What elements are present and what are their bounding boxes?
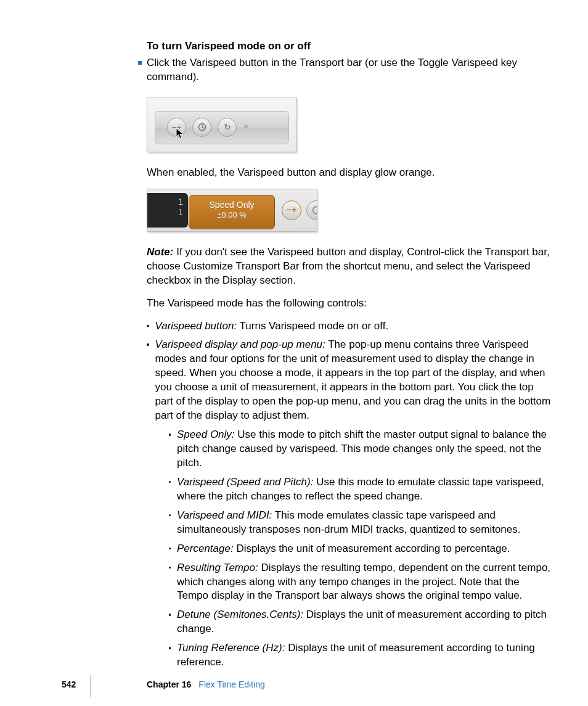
term: Varispeed and MIDI:	[177, 509, 272, 521]
bullet-dot-icon	[169, 481, 171, 483]
chapter-number: Chapter 16	[147, 679, 191, 689]
bullet-dot-icon	[169, 548, 171, 550]
clock-button[interactable]	[192, 118, 211, 137]
term: Varispeed display and pop-up menu:	[155, 339, 325, 350]
list-item: Varispeed (Speed and Pitch): Use this mo…	[169, 475, 552, 504]
expand-chevron-icon[interactable]: »	[243, 120, 247, 132]
list-item: Speed Only: Use this mode to pitch shift…	[169, 428, 552, 470]
display-counter: 1 1	[147, 193, 188, 228]
bullet-dot-icon	[169, 514, 171, 517]
clock-icon	[312, 206, 317, 215]
list-item: Detune (Semitones.Cents): Displays the u…	[169, 608, 552, 636]
term: Detune (Semitones.Cents):	[177, 609, 303, 620]
varispeed-mode-label: Speed Only	[189, 199, 274, 210]
loop-icon: ↻	[224, 121, 231, 133]
page-number: 542	[62, 679, 76, 691]
note-paragraph: Note: If you don't see the Varispeed but…	[147, 245, 551, 288]
step-bullet: Click the Varispeed button in the Transp…	[147, 56, 551, 84]
paragraph: When enabled, the Varispeed button and d…	[147, 166, 551, 180]
controls-intro: The Varispeed mode has the following con…	[147, 297, 551, 311]
list-item: Varispeed display and pop-up menu: The p…	[147, 338, 551, 675]
figure-transport-buttons: −+ ↻ »	[147, 97, 297, 152]
desc: Displays the unit of measurement accordi…	[234, 543, 510, 554]
term: Varispeed (Speed and Pitch):	[177, 476, 313, 488]
bullet-dot-icon	[169, 433, 171, 436]
list-item: Resulting Tempo: Displays the resulting …	[169, 561, 552, 604]
counter-line-2: 1	[147, 207, 183, 218]
list-item: Percentage: Displays the unit of measure…	[169, 542, 552, 556]
chapter-title: Flex Time Editing	[198, 679, 264, 689]
page: To turn Varispeed mode on or off Click t…	[0, 0, 588, 706]
varispeed-value-label: ±0.00 %	[189, 210, 274, 221]
bullet-dot-icon	[169, 614, 171, 616]
figure-varispeed-display: 1 1 Speed Only ±0.00 % −+	[147, 189, 317, 232]
controls-list: Varispeed button: Turns Varispeed mode o…	[147, 319, 551, 675]
bullet-dot-icon	[169, 647, 171, 649]
term: Varispeed button:	[155, 320, 237, 332]
bullet-dot-icon	[169, 567, 171, 569]
section-heading: To turn Varispeed mode on or off	[147, 39, 551, 54]
bullet-dot-icon	[147, 325, 149, 327]
cursor-icon	[176, 128, 184, 140]
term: Percentage:	[177, 543, 234, 554]
varispeed-button-active[interactable]: −+	[282, 200, 301, 220]
clock-icon	[198, 123, 206, 131]
term: Tuning Reference (Hz):	[177, 642, 285, 654]
note-text: If you don't see the Varispeed button an…	[147, 246, 550, 286]
content-column: To turn Varispeed mode on or off Click t…	[90, 39, 551, 675]
sub-controls-list: Speed Only: Use this mode to pitch shift…	[155, 428, 552, 670]
list-item: Varispeed and MIDI: This mode emulates c…	[169, 509, 552, 537]
loop-button[interactable]: ↻	[218, 118, 237, 137]
list-item: Varispeed button: Turns Varispeed mode o…	[147, 319, 551, 334]
list-item: Tuning Reference (Hz): Displays the unit…	[169, 641, 552, 670]
desc: The pop-up menu contains three Varispeed…	[155, 339, 551, 421]
square-bullet-icon	[138, 61, 142, 65]
counter-line-1: 1	[147, 197, 183, 207]
term: Speed Only:	[177, 429, 235, 440]
chapter-ref: Chapter 16Flex Time Editing	[147, 679, 265, 691]
note-label: Note:	[147, 246, 173, 258]
plusminus-icon: −+	[287, 204, 296, 216]
varispeed-display[interactable]: Speed Only ±0.00 %	[189, 195, 275, 229]
step-text: Click the Varispeed button in the Transp…	[147, 56, 551, 84]
term: Resulting Tempo:	[177, 562, 258, 573]
desc: Turns Varispeed mode on or off.	[237, 320, 388, 332]
footer-rule	[91, 675, 91, 697]
adjacent-button[interactable]	[306, 200, 317, 220]
bullet-dot-icon	[147, 343, 149, 346]
svg-point-1	[313, 207, 318, 213]
